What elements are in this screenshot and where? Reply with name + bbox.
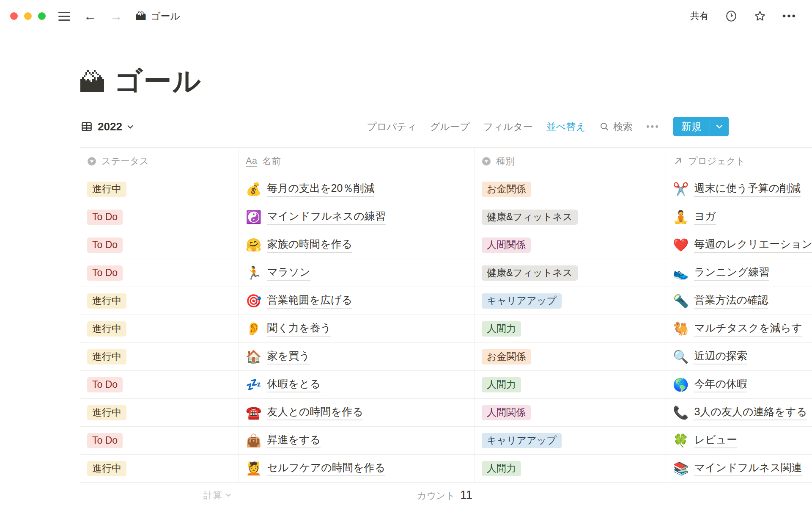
group-menu[interactable]: グループ: [430, 120, 470, 133]
row-emoji-icon: 🏠: [246, 351, 261, 363]
row-title-link[interactable]: マインドフルネスの練習: [267, 209, 385, 225]
row-title-link[interactable]: マラソン: [267, 265, 310, 281]
status-badge[interactable]: To Do: [87, 210, 123, 225]
table-row[interactable]: 進行中 🎯 営業範囲を広げる キャリアアップ 🔦 営業方法の確認: [80, 287, 812, 315]
row-emoji-icon: 💰: [246, 183, 261, 196]
table-row[interactable]: 進行中 🏠 家を買う お金関係 🔍 近辺の探索: [80, 343, 812, 371]
page-header: 🏔 ゴール: [79, 59, 812, 97]
zoom-window-button[interactable]: [38, 12, 46, 20]
status-badge[interactable]: To Do: [87, 265, 123, 281]
status-badge[interactable]: 進行中: [87, 405, 126, 420]
row-emoji-icon: ☎️: [246, 406, 261, 419]
row-title-link[interactable]: 営業範囲を広げる: [267, 293, 352, 309]
type-badge[interactable]: 健康&フィットネス: [482, 210, 578, 225]
page-icon-emoji[interactable]: 🏔: [79, 69, 106, 97]
status-badge[interactable]: To Do: [87, 377, 123, 392]
type-badge[interactable]: 健康&フィットネス: [482, 265, 578, 281]
type-badge[interactable]: 人間力: [482, 377, 521, 392]
row-title-link[interactable]: 休暇をとる: [267, 377, 321, 392]
type-badge[interactable]: 人間関係: [482, 405, 531, 420]
table-row[interactable]: To Do 🤗 家族の時間を作る 人間関係 ❤️ 毎週のレクリエーション: [80, 231, 812, 259]
type-badge[interactable]: 人間関係: [482, 237, 531, 253]
table-row[interactable]: 進行中 ☎️ 友人との時間を作る 人間関係 📞 3人の友人の連絡をする: [80, 399, 812, 427]
properties-menu[interactable]: プロパティ: [367, 120, 417, 133]
row-title-link[interactable]: 家族の時間を作る: [267, 237, 352, 253]
share-button[interactable]: 共有: [690, 10, 709, 22]
status-badge[interactable]: 進行中: [87, 349, 126, 364]
table-row[interactable]: To Do 👜 昇進をする キャリアアップ 🍀 レビュー: [80, 427, 812, 455]
status-badge[interactable]: 進行中: [87, 293, 126, 309]
status-badge[interactable]: 進行中: [87, 321, 126, 337]
new-button[interactable]: 新規: [673, 117, 729, 136]
project-relation-link[interactable]: マルチタスクを減らす: [694, 321, 802, 337]
search-control[interactable]: 検索: [599, 120, 633, 133]
table-row[interactable]: To Do 💤 休暇をとる 人間力 🌎 今年の休暇: [80, 371, 812, 399]
calculate-dropdown[interactable]: 計算: [203, 489, 239, 502]
project-relation-link[interactable]: マインドフルネス関連: [694, 461, 802, 476]
project-emoji-icon: ❤️: [673, 239, 689, 251]
star-favorite-icon[interactable]: [754, 10, 766, 22]
sort-menu[interactable]: 並べ替え: [546, 120, 586, 133]
project-emoji-icon: 🍀: [673, 434, 689, 447]
row-title-link[interactable]: 友人との時間を作る: [267, 405, 363, 420]
project-relation-link[interactable]: レビュー: [694, 433, 737, 448]
window-more-icon[interactable]: •••: [782, 10, 797, 22]
view-more-icon[interactable]: •••: [646, 121, 660, 132]
project-emoji-icon: 🧘: [673, 211, 689, 224]
chevron-down-icon: [127, 124, 134, 129]
project-emoji-icon: 📞: [673, 406, 689, 419]
row-title-link[interactable]: セルフケアの時間を作る: [267, 461, 385, 476]
status-badge[interactable]: 進行中: [87, 182, 126, 197]
view-toolbar: 2022 プロパティ グループ フィルター 並べ替え 検索 ••• 新規: [80, 117, 729, 136]
view-name: 2022: [98, 120, 122, 133]
project-relation-link[interactable]: 3人の友人の連絡をする: [694, 405, 807, 420]
page-emoji-icon: 🏔: [135, 11, 146, 22]
sidebar-menu-icon[interactable]: [58, 12, 70, 21]
column-header-type[interactable]: 種別: [475, 148, 666, 175]
row-emoji-icon: 🎯: [246, 295, 261, 307]
type-badge[interactable]: 人間力: [482, 461, 521, 476]
row-emoji-icon: 🏃: [246, 267, 261, 279]
close-window-button[interactable]: [10, 12, 18, 20]
type-badge[interactable]: お金関係: [482, 349, 531, 364]
page-title[interactable]: ゴール: [114, 66, 202, 97]
project-relation-link[interactable]: 近辺の探索: [694, 349, 747, 364]
row-title-link[interactable]: 聞く力を養う: [267, 321, 331, 337]
column-header-project[interactable]: プロジェクト: [666, 148, 812, 175]
status-badge[interactable]: To Do: [87, 237, 123, 253]
type-badge[interactable]: キャリアアップ: [482, 433, 562, 448]
table-row[interactable]: To Do ☯️ マインドフルネスの練習 健康&フィットネス 🧘 ヨガ: [80, 203, 812, 231]
table-row[interactable]: 進行中 💆 セルフケアの時間を作る 人間力 📚 マインドフルネス関連: [80, 455, 812, 483]
clock-icon[interactable]: [725, 10, 738, 22]
table-row[interactable]: 進行中 👂 聞く力を養う 人間力 🐫 マルチタスクを減らす: [80, 315, 812, 343]
project-relation-link[interactable]: 営業方法の確認: [694, 293, 768, 309]
type-badge[interactable]: 人間力: [482, 321, 521, 337]
row-title-link[interactable]: 昇進をする: [267, 433, 321, 448]
table-body: 進行中 💰 毎月の支出を20％削減 お金関係 ✂️ 週末に使う予算の削減 To …: [80, 175, 812, 483]
table-row[interactable]: 進行中 💰 毎月の支出を20％削減 お金関係 ✂️ 週末に使う予算の削減: [80, 175, 812, 203]
count-summary[interactable]: カウント 11: [417, 488, 475, 502]
view-switcher[interactable]: 2022: [80, 120, 134, 133]
new-button-label[interactable]: 新規: [673, 117, 710, 136]
row-title-link[interactable]: 家を買う: [267, 349, 310, 364]
filter-menu[interactable]: フィルター: [483, 120, 533, 133]
column-header-status[interactable]: ステータス: [80, 148, 239, 175]
project-relation-link[interactable]: 毎週のレクリエーション: [694, 237, 812, 253]
row-emoji-icon: 👂: [246, 323, 261, 335]
table-row[interactable]: To Do 🏃 マラソン 健康&フィットネス 👟 ランニング練習: [80, 259, 812, 287]
project-relation-link[interactable]: ランニング練習: [694, 265, 769, 281]
status-badge[interactable]: To Do: [87, 433, 123, 448]
project-relation-link[interactable]: 週末に使う予算の削減: [694, 181, 801, 197]
minimize-window-button[interactable]: [24, 12, 32, 20]
column-header-name[interactable]: Aa 名前: [239, 148, 475, 175]
type-badge[interactable]: お金関係: [482, 182, 531, 197]
back-arrow-icon[interactable]: ←: [84, 10, 96, 22]
project-relation-link[interactable]: 今年の休暇: [694, 377, 747, 392]
project-relation-link[interactable]: ヨガ: [694, 209, 716, 225]
project-emoji-icon: 👟: [673, 267, 689, 279]
new-button-chevron-icon[interactable]: [710, 117, 729, 136]
breadcrumb[interactable]: 🏔 ゴール: [135, 10, 180, 23]
status-badge[interactable]: 進行中: [87, 461, 126, 476]
row-title-link[interactable]: 毎月の支出を20％削減: [267, 181, 374, 197]
type-badge[interactable]: キャリアアップ: [482, 293, 562, 309]
